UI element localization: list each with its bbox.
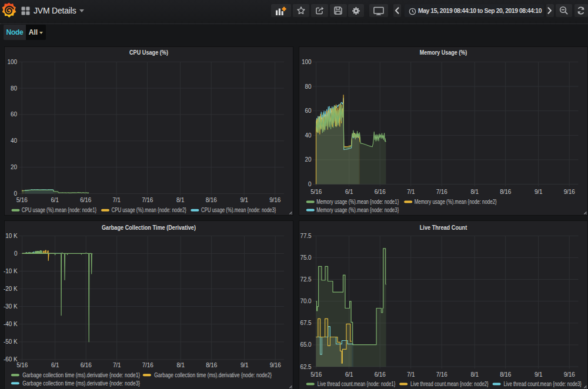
svg-text:10 K: 10 K <box>5 233 18 239</box>
svg-text:65.0: 65.0 <box>300 341 312 348</box>
svg-text:CPU usage (%).mean {node: node: CPU usage (%).mean {node: node1} <box>22 207 97 213</box>
svg-text:6/1: 6/1 <box>345 189 353 195</box>
svg-text:7/16: 7/16 <box>436 189 448 195</box>
svg-text:CPU usage (%).mean {node: node: CPU usage (%).mean {node: node2} <box>112 207 187 213</box>
svg-text:8/16: 8/16 <box>206 362 218 368</box>
svg-text:80: 80 <box>305 83 312 90</box>
svg-text:-10 K: -10 K <box>4 268 18 274</box>
svg-text:9/1: 9/1 <box>240 197 248 203</box>
svg-text:5/16: 5/16 <box>16 362 28 368</box>
svg-text:9/1: 9/1 <box>534 371 543 378</box>
svg-text:-20 K: -20 K <box>4 286 18 292</box>
svg-text:100: 100 <box>8 59 18 65</box>
svg-text:60: 60 <box>11 111 17 118</box>
svg-text:Garbage Collection Time (Deriv: Garbage Collection Time (Derivative) <box>102 224 196 231</box>
svg-text:Live thread count.mean {node:: Live thread count.mean {node: node3} <box>503 381 582 387</box>
svg-text:May 15, 2019 08:44:10 to Sep 2: May 15, 2019 08:44:10 to Sep 20, 2019 08… <box>418 7 542 14</box>
svg-text:8/1: 8/1 <box>176 362 185 368</box>
svg-text:Memory Usage (%): Memory Usage (%) <box>420 49 467 56</box>
svg-text:6/1: 6/1 <box>51 362 59 368</box>
svg-text:6/16: 6/16 <box>80 197 92 203</box>
svg-text:9/1: 9/1 <box>534 189 543 195</box>
svg-text:-40 K: -40 K <box>4 321 18 327</box>
svg-text:Live thread count.mean {node:: Live thread count.mean {node: node2} <box>410 381 489 387</box>
svg-text:9/16: 9/16 <box>270 362 282 368</box>
svg-text:6/16: 6/16 <box>375 371 386 378</box>
svg-text:80: 80 <box>11 85 17 92</box>
svg-text:Memory usage (%).mean {node: n: Memory usage (%).mean {node: node1} <box>316 199 399 205</box>
svg-text:8/1: 8/1 <box>470 189 479 195</box>
svg-text:7/16: 7/16 <box>142 197 153 203</box>
svg-text:67.5: 67.5 <box>300 320 312 326</box>
svg-text:6/1: 6/1 <box>51 197 59 203</box>
svg-text:9/16: 9/16 <box>269 197 281 203</box>
svg-text:20: 20 <box>305 156 312 163</box>
svg-text:9/16: 9/16 <box>564 371 576 378</box>
svg-text:0: 0 <box>14 190 18 197</box>
svg-text:Memory usage (%).mean {node: n: Memory usage (%).mean {node: node3} <box>316 207 399 213</box>
svg-text:Memory usage (%).mean {node: n: Memory usage (%).mean {node: node2} <box>415 199 497 205</box>
svg-text:20: 20 <box>11 164 17 170</box>
svg-text:0: 0 <box>14 250 18 257</box>
svg-text:70.0: 70.0 <box>300 298 312 304</box>
svg-text:0: 0 <box>308 181 312 187</box>
svg-text:8/16: 8/16 <box>206 197 218 203</box>
svg-text:7/16: 7/16 <box>142 362 154 368</box>
svg-text:5/16: 5/16 <box>16 197 28 203</box>
svg-text:7/1: 7/1 <box>112 197 121 203</box>
svg-text:75.0: 75.0 <box>300 254 312 261</box>
svg-text:Live Thread Count: Live Thread Count <box>420 224 467 231</box>
svg-text:6/1: 6/1 <box>345 371 353 378</box>
svg-text:100: 100 <box>302 59 312 65</box>
svg-text:6/16: 6/16 <box>81 362 92 368</box>
svg-text:CPU Usage (%): CPU Usage (%) <box>129 49 168 56</box>
svg-text:8/1: 8/1 <box>470 371 479 378</box>
svg-text:72.5: 72.5 <box>300 276 312 283</box>
svg-text:5/16: 5/16 <box>310 189 322 195</box>
svg-text:Garbage collection time (ms).d: Garbage collection time (ms).derivative … <box>154 372 272 378</box>
svg-text:60: 60 <box>305 108 312 114</box>
svg-text:6/16: 6/16 <box>375 189 386 195</box>
svg-text:77.5: 77.5 <box>300 233 312 239</box>
svg-text:-60 K: -60 K <box>4 356 18 363</box>
svg-text:9/16: 9/16 <box>564 189 576 195</box>
svg-text:Garbage collection time (ms).d: Garbage collection time (ms).derivative … <box>22 380 140 387</box>
svg-text:8/16: 8/16 <box>500 189 512 195</box>
svg-text:7/16: 7/16 <box>436 371 448 378</box>
svg-text:-30 K: -30 K <box>4 303 18 310</box>
svg-text:8/16: 8/16 <box>500 371 512 378</box>
svg-text:40: 40 <box>305 132 312 139</box>
svg-text:5/16: 5/16 <box>310 371 322 378</box>
svg-text:7/1: 7/1 <box>113 362 121 368</box>
svg-text:9/1: 9/1 <box>240 362 249 368</box>
svg-text:Live thread count.mean {node:: Live thread count.mean {node: node1} <box>318 381 396 387</box>
svg-text:7/1: 7/1 <box>407 371 415 378</box>
svg-text:8/1: 8/1 <box>176 197 185 203</box>
svg-text:40: 40 <box>11 138 17 144</box>
svg-text:-50 K: -50 K <box>4 338 18 345</box>
svg-text:CPU usage (%).mean {node: node: CPU usage (%).mean {node: node3} <box>201 207 276 213</box>
svg-text:62.5: 62.5 <box>300 364 312 370</box>
svg-text:7/1: 7/1 <box>407 189 415 195</box>
svg-text:Garbage collection time (ms).d: Garbage collection time (ms).derivative … <box>22 372 140 378</box>
